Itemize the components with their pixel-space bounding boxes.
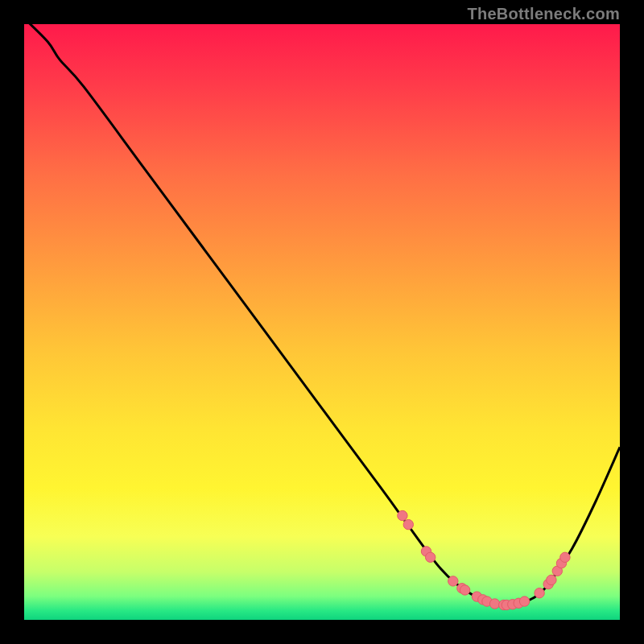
plot-area <box>24 24 620 620</box>
data-marker <box>519 597 529 606</box>
attribution-text: TheBottleneck.com <box>467 5 620 23</box>
data-marker <box>448 576 458 586</box>
data-marker <box>460 585 469 595</box>
chart-svg <box>24 24 620 620</box>
data-marker <box>489 599 499 609</box>
data-marker <box>535 588 544 598</box>
gradient-background <box>24 24 620 620</box>
data-marker <box>560 552 570 562</box>
data-marker <box>398 510 407 520</box>
data-marker <box>547 575 556 584</box>
data-marker <box>425 552 435 562</box>
data-marker <box>403 519 413 529</box>
chart-frame: TheBottleneck.com <box>0 0 644 644</box>
